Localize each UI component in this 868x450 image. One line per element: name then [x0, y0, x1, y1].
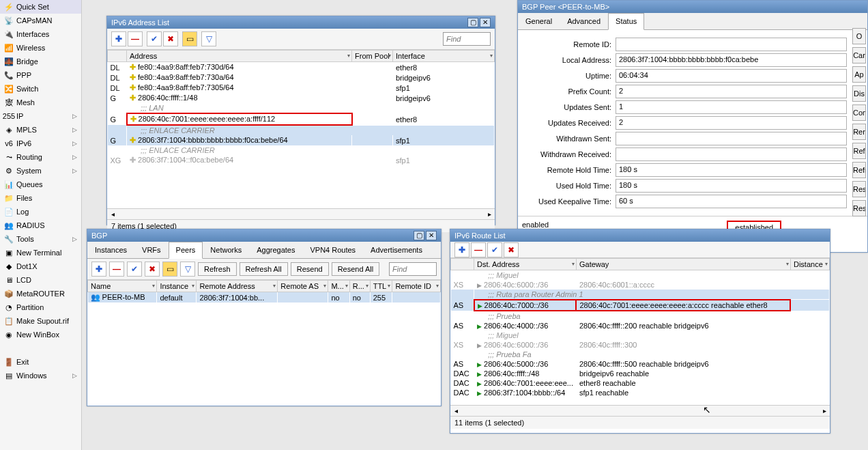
tab-advanced[interactable]: Advanced	[560, 13, 608, 29]
table-row[interactable]: ;;; Miguel	[451, 270, 830, 281]
add-button[interactable]: ✚	[111, 31, 126, 46]
column-header[interactable]: Instance▾	[157, 281, 197, 292]
column-header[interactable]: From Pool▾	[352, 51, 393, 62]
side-button[interactable]: Rer	[852, 124, 866, 140]
comment-button[interactable]: ▭	[162, 262, 177, 277]
sidebar-item-make-supout.rif[interactable]: 📋Make Supout.rif	[0, 314, 81, 328]
table-row[interactable]: AS▶ 2806:40c:7000::/362806:40c:7001:eeee…	[451, 300, 830, 311]
column-header[interactable]: TTL▾	[370, 281, 392, 292]
side-button[interactable]: Refr	[852, 162, 866, 178]
peers-table[interactable]: Name▾Instance▾Remote Address▾Remote AS▾M…	[87, 280, 441, 303]
side-button[interactable]: Dis	[852, 85, 866, 102]
enable-button[interactable]: ✔	[487, 242, 502, 257]
routes-table[interactable]: Dst. Address▾Gateway▾Distance▾ ;;; Migue…	[450, 258, 830, 397]
horizontal-scrollbar[interactable]: ◂▸	[450, 405, 830, 416]
sidebar-item-system[interactable]: ⚙System▷	[0, 164, 81, 178]
table-row[interactable]: ;;; Miguel	[451, 331, 830, 340]
column-header[interactable]	[108, 51, 127, 62]
table-row[interactable]: G✚ 2806:40c:7001:eeee:eeee:eeee:a:ffff/1…	[108, 113, 495, 125]
sidebar-item-files[interactable]: 📁Files	[0, 191, 81, 205]
table-row[interactable]: ;;; Ruta para Router Admin 1	[451, 290, 830, 300]
table-row[interactable]: XS▶ 2806:40c:6000::/362806:40c:ffff::300	[451, 340, 830, 350]
column-header[interactable]: Distance▾	[790, 259, 829, 270]
column-header[interactable]: M...▾	[328, 281, 349, 292]
sidebar-item-new-terminal[interactable]: ▣New Terminal	[0, 246, 81, 259]
column-header[interactable]: Dst. Address▾	[474, 259, 577, 270]
sidebar-item-tools[interactable]: 🔧Tools▷	[0, 232, 81, 246]
sidebar-item-log[interactable]: 📄Log	[0, 205, 81, 219]
refresh-all-button[interactable]: Refresh All	[240, 262, 288, 276]
comment-button[interactable]: ▭	[182, 31, 197, 46]
tab-instances[interactable]: Instances	[87, 242, 134, 258]
column-header[interactable]: R...▾	[349, 281, 370, 292]
disable-button[interactable]: ✖	[163, 31, 178, 46]
titlebar[interactable]: IPv6 Address List ▢ ✕	[107, 16, 495, 29]
sidebar-item-ipv6[interactable]: v6IPv6▷	[0, 137, 81, 150]
column-header[interactable]: Remote AS▾	[278, 281, 328, 292]
tab-advertisements[interactable]: Advertisements	[363, 242, 430, 258]
table-row[interactable]: DAC▶ 2806:40c:7001:eeee:eee...ether8 rea…	[451, 378, 830, 388]
sidebar-item-switch[interactable]: 🔀Switch	[0, 82, 81, 96]
add-button[interactable]: ✚	[91, 262, 106, 277]
filter-button[interactable]: ▽	[180, 262, 195, 277]
side-button[interactable]: Ap	[852, 66, 866, 83]
sidebar-item-ip[interactable]: 255IP▷	[0, 109, 81, 123]
table-row[interactable]: ;;; ENLACE CARRIER	[108, 125, 495, 135]
column-header[interactable]: Remote Address▾	[197, 281, 278, 292]
resend-button[interactable]: Resend	[291, 262, 329, 276]
tab-networks[interactable]: Networks	[203, 242, 249, 258]
close-button[interactable]: ✕	[480, 18, 491, 27]
enable-button[interactable]: ✔	[127, 262, 142, 277]
resend-all-button[interactable]: Resend All	[332, 262, 380, 276]
table-row[interactable]: XS▶ 2806:40c:6000::/362806:40c:6001::a:c…	[451, 280, 830, 290]
remove-button[interactable]: —	[471, 242, 486, 257]
column-header[interactable]: Address▾	[127, 51, 352, 62]
sidebar-item-radius[interactable]: 👥RADIUS	[0, 219, 81, 232]
table-row[interactable]: 👥 PEER-to-MBdefault2806:3f7:1004:bb...no…	[88, 292, 441, 303]
sidebar-item-interfaces[interactable]: 🔌Interfaces	[0, 27, 81, 41]
table-row[interactable]: XG✚ 2806:3f7:1004::f0ca:bebe/64sfp1	[108, 155, 495, 165]
table-row[interactable]: ;;; Prueba	[451, 311, 830, 321]
side-button[interactable]: Res	[852, 181, 866, 197]
sidebar-item-partition[interactable]: ◔Partition	[0, 300, 81, 314]
tab-aggregates[interactable]: Aggregates	[249, 242, 302, 258]
sidebar-item-new-winbox[interactable]: ◉New WinBox	[0, 328, 81, 341]
titlebar[interactable]: IPv6 Route List	[450, 229, 830, 242]
titlebar[interactable]: BGP Peer <PEER-to-MB>	[518, 1, 867, 13]
add-button[interactable]: ✚	[454, 242, 469, 257]
address-table[interactable]: Address▾From Pool▾Interface▾ DL✚ fe80::4…	[107, 50, 495, 165]
sidebar-item-dot1x[interactable]: ◆Dot1X	[0, 259, 81, 273]
table-row[interactable]: DL✚ fe80::4aa9:8aff:feb7:7305/64sfp1	[108, 83, 495, 93]
tab-general[interactable]: General	[518, 13, 560, 29]
table-row[interactable]: DAC▶ 2806:3f7:1004:bbbb::/64sfp1 reachab…	[451, 388, 830, 397]
column-header[interactable]	[451, 259, 474, 270]
table-row[interactable]: ;;; LAN	[108, 103, 495, 113]
column-header[interactable]: Interface▾	[393, 51, 495, 62]
sidebar-item-routing[interactable]: ⤳Routing▷	[0, 150, 81, 164]
side-button[interactable]: Com	[852, 104, 866, 121]
sidebar-item-mesh[interactable]: 🕸Mesh	[0, 96, 81, 109]
tab-peers[interactable]: Peers	[169, 242, 203, 259]
table-row[interactable]: AS▶ 2806:40c:5000::/362806:40c:ffff::500…	[451, 359, 830, 369]
tab-vrfs[interactable]: VRFs	[134, 242, 169, 258]
column-header[interactable]: Remote ID▾	[392, 281, 441, 292]
sidebar-item-exit[interactable]: 🚪Exit	[0, 355, 81, 369]
column-header[interactable]: Gateway▾	[576, 259, 790, 270]
enable-button[interactable]: ✔	[147, 31, 162, 46]
disable-button[interactable]: ✖	[145, 262, 160, 277]
sidebar-item-ppp[interactable]: 📞PPP	[0, 68, 81, 82]
table-row[interactable]: DAC▶ 2806:40c:ffff::/48bridgeipv6 reacha…	[451, 369, 830, 378]
side-button[interactable]: Car	[852, 47, 866, 64]
table-row[interactable]: DL✚ fe80::4aa9:8aff:feb7:730d/64ether8	[108, 62, 495, 73]
sidebar-item-bridge[interactable]: 🌉Bridge	[0, 55, 81, 68]
minimize-button[interactable]: ▢	[414, 231, 424, 240]
table-row[interactable]: DL✚ fe80::4aa9:8aff:feb7:730a/64bridgeip…	[108, 72, 495, 83]
side-button[interactable]: Rese	[852, 200, 866, 216]
column-header[interactable]: Name▾	[88, 281, 157, 292]
sidebar-item-windows[interactable]: ▤Windows▷	[0, 369, 81, 382]
remove-button[interactable]: —	[128, 31, 143, 46]
refresh-button[interactable]: Refresh	[198, 262, 237, 276]
table-row[interactable]: ;;; Prueba Fa	[451, 350, 830, 359]
sidebar-item-queues[interactable]: 📊Queues	[0, 178, 81, 191]
sidebar-item-wireless[interactable]: 📶Wireless	[0, 41, 81, 55]
